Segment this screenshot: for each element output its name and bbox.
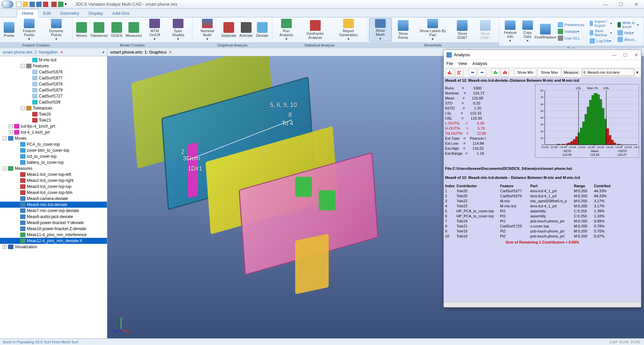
qat-dropdown-icon[interactable]: ▾ [65, 2, 68, 7]
qat-chart-icon[interactable] [58, 2, 63, 7]
show-labels-button[interactable]: Show Labels By Part▾ [415, 18, 451, 42]
user-dll-button[interactable]: User DLL [556, 35, 586, 42]
tree-item[interactable]: +Visualization [0, 244, 107, 250]
show-mesh-button[interactable]: Show Mesh▾ [369, 18, 392, 42]
log-file-button[interactable]: Log File ▾ [588, 38, 613, 44]
tab-display[interactable]: Display [84, 9, 108, 17]
expand-toggle-icon[interactable]: − [3, 166, 7, 170]
measures-button[interactable]: Measures [124, 18, 143, 42]
analysis-maximize-button[interactable]: ☐ [623, 52, 628, 58]
tree-item[interactable]: Meas3-lcd_cover-top-top [0, 184, 107, 190]
tree-item[interactable]: Meas11-4_pins_min_interference [0, 232, 107, 238]
tab-edit[interactable]: Edit [39, 9, 55, 17]
tree-item[interactable]: CadSurf1678 [0, 81, 107, 87]
analysis-menu-analysis[interactable]: Analysis [472, 61, 487, 66]
tree-item[interactable]: Meas5-camera-deviate [0, 196, 107, 202]
analysis-titlebar[interactable]: Analysis — ☐ ✕ [444, 50, 641, 60]
nav-tab-close-icon[interactable]: ✕ [60, 50, 63, 55]
validate-button[interactable]: Validate ▾ [556, 28, 586, 35]
analysis-minimize-button[interactable]: — [612, 52, 616, 58]
analysis-close-button[interactable]: ✕ [634, 52, 638, 58]
animate-button[interactable]: Animate [238, 18, 254, 42]
run-analysis-button[interactable]: Run Analysis▾ [274, 18, 298, 42]
expand-toggle-icon[interactable]: − [3, 136, 7, 140]
expand-toggle-icon[interactable]: − [21, 106, 25, 110]
tree-item[interactable]: Tole20 [0, 111, 107, 117]
tree-item[interactable]: Meas9-power-bracket-Y-deviate [0, 220, 107, 226]
analysis-hscrollbar[interactable] [444, 302, 641, 307]
tree-item[interactable]: Meas1-lcd_cover-top-left [0, 171, 107, 178]
window-close-button[interactable]: ✕ [629, 0, 644, 9]
points-button[interactable]: Points [2, 18, 16, 42]
import-export-button[interactable]: Import / Export ▾ [588, 19, 613, 28]
tree-item[interactable]: −Features [0, 63, 107, 69]
expand-toggle-icon[interactable]: + [9, 130, 13, 134]
tree-item[interactable]: CadSurf1727 [0, 93, 107, 99]
tree-item[interactable]: +lcd-fpc-4_1inch_prt [0, 123, 107, 129]
tab-addons[interactable]: Add-Ons [108, 9, 134, 17]
show-max-button[interactable]: Show Max [538, 68, 561, 76]
expand-toggle-icon[interactable]: + [3, 245, 7, 249]
next-measure-button[interactable]: ➡ [478, 68, 486, 76]
find-replace-button[interactable]: Find/Replace [536, 20, 555, 43]
qat-tree-icon[interactable] [51, 2, 57, 7]
tree-item[interactable]: Meas10-power-bracket-Z-deviate [0, 226, 107, 232]
measure-select-dropdown-icon[interactable]: ▾ [636, 70, 639, 75]
report-gen-button[interactable]: Report Generation▾ [332, 18, 365, 42]
feature-info-button[interactable]: Feature Info▾ [501, 20, 519, 43]
moves-button[interactable]: Moves [74, 18, 89, 42]
nominal-build-button[interactable]: Nominal Build▾ [195, 18, 220, 42]
expand-toggle-icon[interactable]: + [9, 124, 13, 128]
about-button[interactable]: About... [616, 36, 640, 43]
qat-open-icon[interactable] [23, 2, 28, 7]
save-backup-button[interactable]: Save Backup ▾ [588, 28, 613, 38]
tree-item[interactable]: lcd_to_cover-top [0, 153, 107, 159]
histogram-icon[interactable] [446, 68, 454, 76]
tree-item[interactable]: Tole23 [0, 117, 107, 123]
qat-cube-red-icon[interactable] [43, 2, 48, 7]
separate-button[interactable]: Separate [220, 18, 237, 42]
tree-item[interactable]: CadSurf1677 [0, 75, 107, 81]
tree-item[interactable]: cover-btm_to_cover-top [0, 147, 107, 153]
spec-studies-button[interactable]: Spec Studies▾ [166, 18, 190, 42]
qat-new-icon[interactable] [16, 2, 21, 7]
analysis-menu-view[interactable]: View [458, 61, 467, 66]
dynamic-points-button[interactable]: Dynamic Points▾ [42, 18, 70, 42]
tab-geometry[interactable]: Geometry [55, 9, 84, 17]
tree-item[interactable]: −Moves [0, 135, 107, 141]
copy-data-button[interactable]: Copy Data▾ [519, 20, 536, 43]
show-gdt-button[interactable]: Show GD&T [451, 18, 474, 42]
feature-points-button[interactable]: Feature Points▾ [16, 18, 43, 42]
write-to-excel-button[interactable]: Write to Excel ▾ [616, 20, 640, 29]
tree-item[interactable]: CadSurf1676 [0, 69, 107, 75]
geofactor-button[interactable]: GeoFactor Analysis [298, 18, 332, 42]
tree-item[interactable]: +lcd-4_1-inch_prt [0, 129, 107, 135]
tree-item[interactable]: Meas7-mic-cover-top-deviate [0, 208, 107, 214]
preferences-button[interactable]: Preferences [556, 21, 586, 28]
tree-item[interactable]: Meas6-mic-lcd-deviate [0, 202, 107, 208]
move-gdt-button[interactable]: Move GD&T [474, 18, 497, 42]
prev-measure-button[interactable]: ⬅ [469, 68, 477, 76]
tolerances-button[interactable]: Tolerances [89, 18, 109, 42]
analysis-body[interactable]: Meas6 of 12: Meas6-mic-lcd-deviate--Dist… [444, 77, 641, 302]
tree-item[interactable]: Meas2-lcd_cover-top-right [0, 178, 107, 184]
show-points-button[interactable]: Show Points [392, 18, 415, 42]
qat-cube-blue-icon[interactable] [36, 2, 42, 7]
tree-item[interactable]: battery_to_cover-top [0, 159, 107, 165]
mtm-button[interactable]: MTM On/Off▾ [143, 18, 166, 42]
tab-home[interactable]: Home [17, 9, 39, 17]
app-orb-button[interactable] [1, 1, 13, 8]
help-button[interactable]: Help ▾ [616, 29, 640, 36]
navigation-tree[interactable]: M-mic-lcd−FeaturesCadSurf1676CadSurf1677… [0, 56, 107, 338]
deviate-button[interactable]: Deviate [254, 18, 270, 42]
measure-select[interactable] [582, 69, 634, 76]
gdts-button[interactable]: GD&Ts [109, 18, 124, 42]
prev-chart-button[interactable] [491, 68, 499, 76]
tree-item[interactable]: Meas4-lcd_cover-top-btm [0, 190, 107, 196]
expand-toggle-icon[interactable]: − [21, 64, 25, 68]
next-chart-button[interactable] [501, 68, 509, 76]
tree-item[interactable]: M-mic-lcd [0, 57, 107, 63]
tree-item[interactable]: −Tolerances [0, 105, 107, 111]
tree-item[interactable]: Meas12-4_pins_min_deviate-X [0, 238, 107, 244]
show-min-button[interactable]: Show Min [514, 68, 536, 76]
